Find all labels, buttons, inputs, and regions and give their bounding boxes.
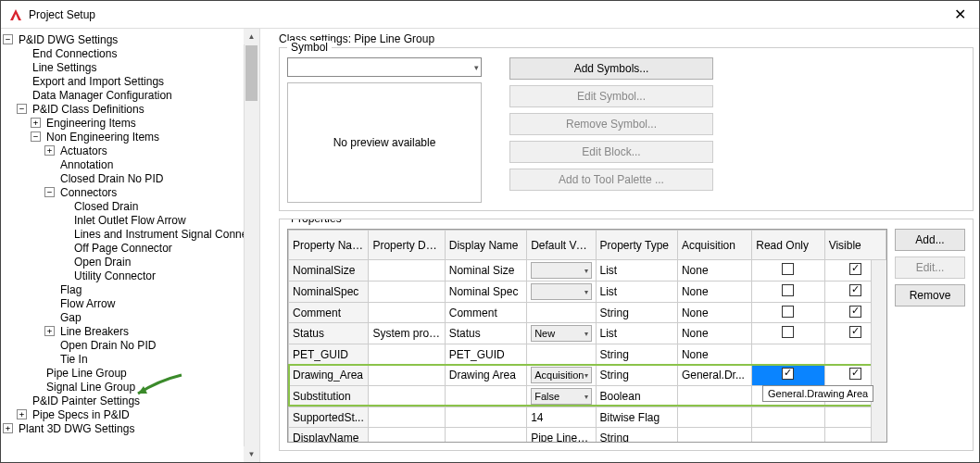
checkbox[interactable]	[849, 263, 861, 275]
tree-scrollbar[interactable]: ▲ ▼	[244, 29, 259, 462]
cell-acquisition[interactable]: General.Dr...	[677, 365, 751, 386]
cell-type[interactable]: String	[596, 344, 677, 365]
table-row[interactable]: DisplayNamePipe Line Gro...String	[289, 428, 886, 444]
tree-item[interactable]: P&ID DWG Settings	[17, 32, 118, 47]
col-property-name[interactable]: Property Name	[289, 231, 369, 260]
cell-acquisition[interactable]: None	[677, 344, 751, 365]
checkbox[interactable]	[782, 326, 794, 338]
tree-item[interactable]: Flag	[58, 282, 82, 297]
tree-item[interactable]: Tie In	[58, 352, 88, 367]
checkbox[interactable]	[849, 284, 861, 296]
tree-item[interactable]: Lines and Instrument Signal Connec	[72, 227, 253, 242]
cell-acquisition[interactable]	[677, 407, 751, 428]
cell-name[interactable]: Comment	[289, 303, 369, 323]
tree-item[interactable]: Utility Connector	[72, 269, 156, 283]
expand-icon[interactable]: +	[17, 409, 27, 419]
checkbox[interactable]	[782, 263, 794, 275]
tree-item[interactable]: Data Manager Configuration	[31, 88, 172, 103]
cell-type[interactable]: List	[596, 282, 677, 303]
cell-type[interactable]: Bitwise Flag	[596, 407, 677, 428]
checkbox[interactable]	[782, 368, 794, 380]
cell-type[interactable]: List	[596, 323, 677, 344]
checkbox[interactable]	[849, 306, 861, 318]
cell-name[interactable]: NominalSpec	[289, 282, 369, 303]
cell-readonly[interactable]	[752, 344, 824, 365]
collapse-icon[interactable]: −	[31, 131, 41, 142]
dropdown[interactable]: ▾	[531, 262, 591, 279]
tree-item[interactable]: Inlet Outlet Flow Arrow	[72, 213, 186, 228]
cell-default[interactable]: Acquisition▾	[527, 365, 596, 386]
scroll-down-icon[interactable]: ▼	[244, 446, 259, 462]
tree-item[interactable]: Open Drain No PID	[58, 338, 156, 353]
collapse-icon[interactable]: −	[44, 187, 55, 197]
table-row[interactable]: CommentCommentStringNone	[289, 303, 886, 323]
cell-name[interactable]: Drawing_Area	[289, 365, 369, 386]
cell-name[interactable]: NominalSize	[289, 260, 369, 282]
tree-item[interactable]: Closed Drain	[72, 199, 138, 214]
cell-default[interactable]	[527, 344, 596, 365]
tree-item[interactable]: Export and Import Settings	[31, 74, 164, 89]
symbol-combo[interactable]: ▾	[287, 57, 482, 77]
dropdown[interactable]: Acquisition▾	[531, 367, 591, 383]
tree-item[interactable]: Flow Arrow	[58, 296, 115, 311]
cell-readonly[interactable]	[752, 282, 824, 303]
cell-default[interactable]	[527, 303, 596, 323]
cell-desc[interactable]: System prope...	[369, 323, 445, 344]
cell-display[interactable]: Comment	[445, 303, 526, 323]
checkbox[interactable]	[849, 368, 861, 380]
cell-display[interactable]	[445, 428, 526, 444]
cell-display[interactable]: Nominal Size	[445, 260, 526, 282]
add-property-button[interactable]: Add...	[895, 229, 965, 251]
cell-readonly[interactable]	[752, 260, 824, 282]
expand-icon[interactable]: +	[44, 326, 55, 336]
cell-acquisition[interactable]: None	[677, 323, 751, 344]
dropdown[interactable]: ▾	[531, 283, 591, 300]
table-row[interactable]: StatusSystem prope...StatusNew▾ListNone	[289, 323, 886, 344]
scroll-up-icon[interactable]: ▲	[244, 29, 259, 44]
checkbox[interactable]	[782, 284, 794, 296]
table-row[interactable]: SupportedSt...14Bitwise Flag	[289, 407, 886, 428]
cell-default[interactable]: Pipe Line Gro...	[527, 428, 596, 444]
dropdown[interactable]: False▾	[531, 388, 591, 405]
col-property-type[interactable]: Property Type	[596, 231, 677, 260]
col-property-desc[interactable]: Property Description	[369, 231, 445, 260]
cell-default[interactable]: 14	[527, 407, 596, 428]
expand-icon[interactable]: +	[44, 145, 55, 156]
tree-item[interactable]: P&ID Painter Settings	[31, 394, 140, 408]
col-default-value[interactable]: Default Value	[527, 231, 596, 260]
cell-display[interactable]: Nominal Spec	[445, 282, 526, 303]
close-icon[interactable]: ✕	[949, 6, 972, 23]
cell-display[interactable]	[445, 386, 526, 407]
cell-display[interactable]	[445, 407, 526, 428]
cell-readonly[interactable]	[752, 323, 824, 344]
cell-acquisition[interactable]	[677, 428, 751, 444]
cell-name[interactable]: Status	[289, 323, 369, 344]
cell-type[interactable]: Boolean	[596, 386, 677, 407]
tree-item[interactable]: Open Drain	[72, 255, 131, 269]
cell-desc[interactable]	[369, 260, 445, 282]
tree-item[interactable]: Line Settings	[31, 60, 96, 75]
cell-acquisition[interactable]: None	[677, 282, 751, 303]
cell-desc[interactable]	[369, 303, 445, 323]
tree-item[interactable]: Annotation	[58, 157, 113, 172]
tree-item[interactable]: Pipe Specs in P&ID	[31, 407, 130, 422]
tree-item[interactable]: Engineering Items	[44, 116, 136, 131]
cell-desc[interactable]	[369, 365, 445, 386]
cell-readonly[interactable]	[752, 407, 824, 428]
cell-display[interactable]: Status	[445, 323, 526, 344]
checkbox[interactable]	[782, 306, 794, 318]
cell-desc[interactable]	[369, 386, 445, 407]
cell-default[interactable]: New▾	[527, 323, 596, 344]
cell-desc[interactable]	[369, 428, 445, 444]
cell-acquisition[interactable]: None	[677, 303, 751, 323]
expand-icon[interactable]: +	[31, 118, 41, 128]
cell-type[interactable]: String	[596, 428, 677, 444]
cell-name[interactable]: Substitution	[289, 386, 369, 407]
tree-item[interactable]: Actuators	[58, 144, 107, 158]
collapse-icon[interactable]: −	[17, 104, 27, 114]
col-acquisition[interactable]: Acquisition	[677, 231, 751, 260]
scroll-thumb[interactable]	[245, 45, 258, 101]
cell-name[interactable]: SupportedSt...	[289, 407, 369, 428]
cell-acquisition[interactable]: None	[677, 260, 751, 282]
cell-readonly[interactable]	[752, 365, 824, 386]
